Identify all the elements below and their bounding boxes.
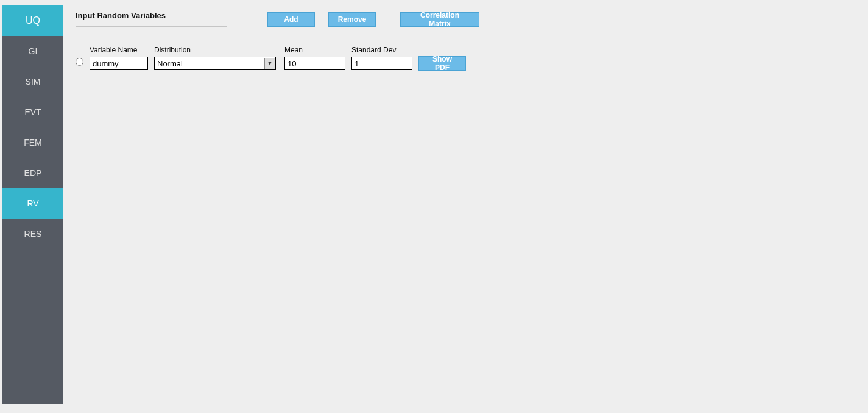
variable-name-label: Variable Name xyxy=(90,46,148,54)
title-underline xyxy=(76,26,227,27)
variable-name-input[interactable] xyxy=(90,57,148,70)
sidebar-item-label: UQ xyxy=(26,15,40,26)
distribution-col: Distribution Normal xyxy=(154,46,276,70)
mean-input[interactable] xyxy=(284,57,345,70)
main-panel: Input Random Variables Add Remove Correl… xyxy=(63,0,868,413)
remove-button[interactable]: Remove xyxy=(328,12,376,27)
mean-label: Mean xyxy=(284,46,345,54)
std-input[interactable] xyxy=(351,57,412,70)
sidebar-item-gi[interactable]: GI xyxy=(2,36,63,66)
row-select-col xyxy=(76,58,83,70)
button-row: Add Remove Correlation Matrix xyxy=(267,12,479,27)
sidebar-item-label: RES xyxy=(24,229,42,239)
sidebar-item-evt[interactable]: EVT xyxy=(2,97,63,127)
row-select-radio[interactable] xyxy=(76,58,83,66)
sidebar-item-label: RV xyxy=(27,199,38,208)
sidebar-item-label: EDP xyxy=(24,168,42,178)
sidebar-item-edp[interactable]: EDP xyxy=(2,158,63,188)
sidebar: UQ GI SIM EVT FEM EDP RV RES xyxy=(2,5,63,404)
sidebar-item-label: FEM xyxy=(24,138,42,147)
sidebar-item-label: GI xyxy=(29,46,38,56)
header-row: Input Random Variables Add Remove Correl… xyxy=(76,11,868,27)
sidebar-item-res[interactable]: RES xyxy=(2,219,63,249)
correlation-matrix-button[interactable]: Correlation Matrix xyxy=(400,12,479,27)
variable-row: Variable Name Distribution Normal Mean S… xyxy=(76,46,868,70)
show-pdf-button[interactable]: Show PDF xyxy=(418,56,466,71)
title-block: Input Random Variables xyxy=(76,11,228,27)
std-col: Standard Dev xyxy=(351,46,412,70)
sidebar-item-uq[interactable]: UQ xyxy=(2,5,63,36)
distribution-select[interactable]: Normal xyxy=(154,57,276,70)
sidebar-item-rv[interactable]: RV xyxy=(2,188,63,219)
variable-name-col: Variable Name xyxy=(90,46,148,70)
std-label: Standard Dev xyxy=(351,46,412,54)
sidebar-item-fem[interactable]: FEM xyxy=(2,127,63,158)
distribution-select-wrap: Normal xyxy=(154,57,276,70)
sidebar-item-label: EVT xyxy=(24,107,41,117)
sidebar-item-sim[interactable]: SIM xyxy=(2,66,63,97)
sidebar-item-label: SIM xyxy=(26,77,41,86)
add-button[interactable]: Add xyxy=(267,12,315,27)
distribution-label: Distribution xyxy=(154,46,276,54)
mean-col: Mean xyxy=(284,46,345,70)
page-title: Input Random Variables xyxy=(76,11,228,20)
